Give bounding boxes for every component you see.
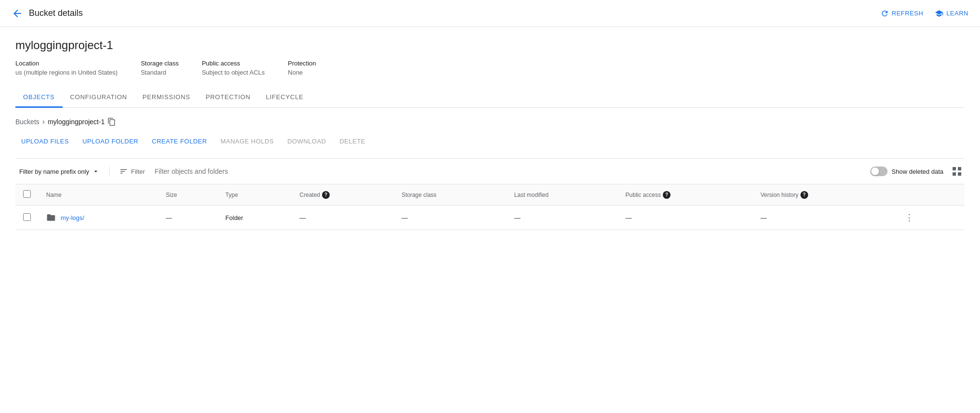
- header-left: Bucket details: [12, 8, 83, 19]
- manage-holds-button[interactable]: MANAGE HOLDS: [215, 134, 280, 149]
- tab-protection[interactable]: PROTECTION: [198, 88, 258, 108]
- copy-icon[interactable]: [107, 117, 116, 126]
- tab-configuration[interactable]: CONFIGURATION: [63, 88, 135, 108]
- row-name: my-logs/: [39, 206, 158, 230]
- toggle-track[interactable]: [870, 167, 888, 176]
- download-button[interactable]: DOWNLOAD: [282, 134, 332, 149]
- grid-view-icon[interactable]: [949, 164, 965, 179]
- version-history-help-icon[interactable]: ?: [800, 191, 808, 199]
- tab-permissions[interactable]: PERMISSIONS: [135, 88, 198, 108]
- row-size: —: [158, 206, 218, 230]
- location-group: Location us (multiple regions in United …: [15, 60, 117, 76]
- row-checkbox[interactable]: [23, 213, 31, 221]
- tab-objects[interactable]: OBJECTS: [15, 88, 63, 108]
- upload-folder-button[interactable]: UPLOAD FOLDER: [77, 134, 144, 149]
- delete-button[interactable]: DELETE: [334, 134, 371, 149]
- filter-icon: Filter: [116, 165, 149, 178]
- objects-table: Name Size Type Created ?: [15, 184, 965, 230]
- protection-group: Protection None: [288, 60, 316, 76]
- location-label: Location: [15, 60, 117, 67]
- public-access-group: Public access Subject to object ACLs: [202, 60, 265, 76]
- bucket-name: myloggingproject-1: [15, 39, 965, 52]
- breadcrumb: Buckets › myloggingproject-1: [15, 117, 965, 126]
- filter-divider: [109, 167, 110, 176]
- table-header: Name Size Type Created ?: [15, 184, 965, 206]
- filter-prefix-button[interactable]: Filter by name prefix only: [15, 166, 103, 177]
- refresh-label: REFRESH: [892, 10, 924, 17]
- protection-value: None: [288, 69, 316, 76]
- header-right: REFRESH LEARN: [880, 9, 968, 18]
- th-type: Type: [218, 184, 292, 206]
- storage-class-group: Storage class Standard: [141, 60, 179, 76]
- public-access-value: Subject to object ACLs: [202, 69, 265, 76]
- refresh-button[interactable]: REFRESH: [880, 9, 924, 18]
- location-value: us (multiple regions in United States): [15, 69, 117, 76]
- th-created: Created ?: [292, 184, 394, 206]
- row-created: —: [292, 206, 394, 230]
- th-storage-class: Storage class: [394, 184, 506, 206]
- storage-class-label: Storage class: [141, 60, 179, 67]
- show-deleted-toggle: Show deleted data: [870, 167, 943, 176]
- th-size: Size: [158, 184, 218, 206]
- row-more: ⋮: [893, 206, 965, 230]
- bucket-info: Location us (multiple regions in United …: [15, 60, 965, 76]
- th-checkbox: [15, 184, 39, 206]
- row-more-button[interactable]: ⋮: [901, 211, 917, 224]
- table-row: my-logs/ — Folder — — — — — ⋮: [15, 206, 965, 230]
- th-version-history: Version history ?: [753, 184, 893, 206]
- toggle-thumb: [871, 168, 879, 175]
- filter-right: Show deleted data: [870, 164, 965, 179]
- filter-row: Filter by name prefix only Filter Show d…: [15, 158, 965, 184]
- action-buttons: UPLOAD FILES UPLOAD FOLDER CREATE FOLDER…: [15, 134, 965, 149]
- filter-prefix-label: Filter by name prefix only: [19, 168, 89, 175]
- protection-label: Protection: [288, 60, 316, 67]
- top-header: Bucket details REFRESH LEARN: [0, 0, 980, 27]
- breadcrumb-separator: ›: [42, 117, 45, 126]
- learn-label: LEARN: [946, 10, 968, 17]
- th-public-access: Public access ?: [618, 184, 753, 206]
- row-last-modified: —: [506, 206, 618, 230]
- page-title: Bucket details: [29, 8, 83, 18]
- created-help-icon[interactable]: ?: [322, 191, 330, 199]
- back-button[interactable]: [12, 8, 23, 19]
- tab-lifecycle[interactable]: LIFECYCLE: [258, 88, 311, 108]
- objects-section: Buckets › myloggingproject-1 UPLOAD FILE…: [15, 108, 965, 230]
- row-version-history: —: [753, 206, 893, 230]
- breadcrumb-current: myloggingproject-1: [48, 118, 104, 126]
- public-access-label: Public access: [202, 60, 265, 67]
- row-type: Folder: [218, 206, 292, 230]
- filter-input[interactable]: [155, 168, 864, 175]
- th-last-modified: Last modified: [506, 184, 618, 206]
- row-public-access: —: [618, 206, 753, 230]
- row-storage-class: —: [394, 206, 506, 230]
- tabs: OBJECTS CONFIGURATION PERMISSIONS PROTEC…: [15, 88, 965, 108]
- select-all-checkbox[interactable]: [23, 190, 31, 198]
- filter-label: Filter: [131, 168, 145, 175]
- table-body: my-logs/ — Folder — — — — — ⋮: [15, 206, 965, 230]
- th-name: Name: [39, 184, 158, 206]
- create-folder-button[interactable]: CREATE FOLDER: [146, 134, 213, 149]
- show-deleted-label: Show deleted data: [891, 168, 943, 175]
- learn-button[interactable]: LEARN: [935, 9, 968, 18]
- row-checkbox-cell: [15, 206, 39, 230]
- main-content: myloggingproject-1 Location us (multiple…: [0, 27, 980, 242]
- th-actions: [893, 184, 965, 206]
- upload-files-button[interactable]: UPLOAD FILES: [15, 134, 75, 149]
- storage-class-value: Standard: [141, 69, 179, 76]
- public-access-help-icon[interactable]: ?: [663, 191, 671, 199]
- breadcrumb-buckets[interactable]: Buckets: [15, 118, 39, 126]
- deleted-data-toggle[interactable]: [870, 167, 888, 176]
